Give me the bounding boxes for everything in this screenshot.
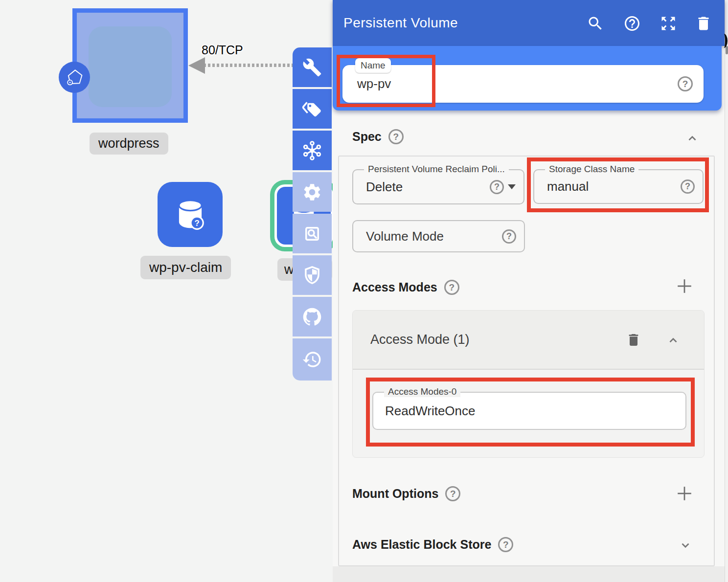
access-modes-heading: Access Modes <box>352 280 437 294</box>
wordpress-deployment-node[interactable] <box>72 8 188 123</box>
shield-icon <box>302 265 322 286</box>
search-icon[interactable] <box>587 15 604 32</box>
volume-mode-input[interactable]: Volume Mode ? <box>352 220 525 252</box>
wordpress-node-label: wordpress <box>90 133 168 155</box>
add-mount-option-icon[interactable] <box>676 485 693 502</box>
svg-text:?: ? <box>194 219 199 228</box>
help-icon[interactable] <box>623 15 641 32</box>
mount-options-heading: Mount Options <box>352 487 438 501</box>
wordpress-node-inner <box>89 26 172 107</box>
volume-mode-help-icon[interactable]: ? <box>502 229 516 244</box>
aws-ebs-heading: Aws Elastic Block Store <box>352 537 491 552</box>
delete-access-mode-icon[interactable] <box>626 332 641 348</box>
aws-ebs-heading-row: Aws Elastic Block Store ? <box>352 537 513 552</box>
volume-mode-label: Volume Mode <box>366 229 502 244</box>
pvc-node[interactable]: ? <box>158 182 223 247</box>
toolbar-settings-button[interactable] <box>293 172 332 212</box>
reclaim-policy-select[interactable]: Persistent Volume Reclaim Poli... Delete… <box>352 169 524 204</box>
access-mode-collapse-chevron-up-icon[interactable] <box>667 334 680 347</box>
dropdown-caret-icon[interactable] <box>508 184 516 189</box>
access-modes-help-icon[interactable]: ? <box>444 280 459 295</box>
access-mode-card-title: Access Mode (1) <box>370 332 470 347</box>
reclaim-policy-label: Persistent Volume Reclaim Poli... <box>364 164 509 175</box>
aws-ebs-expand-chevron-down-icon[interactable] <box>679 539 692 552</box>
toolbar-tags-button[interactable] <box>293 89 332 129</box>
spec-help-icon[interactable]: ? <box>388 129 404 144</box>
inspect-document-icon <box>302 224 322 244</box>
spec-collapse-chevron-up-icon[interactable] <box>686 132 699 145</box>
access-mode-card: Access Mode (1) Access Modes-0 ReadWrite… <box>352 310 705 458</box>
app-root: wordpress 80/TCP ? wp-pv-claim w <box>0 0 728 582</box>
connection-port-label: 80/TCP <box>202 43 243 57</box>
github-icon <box>301 306 323 328</box>
access-modes-heading-row: Access Modes ? <box>352 280 459 295</box>
wrench-icon <box>302 58 322 77</box>
occluded-canvas-arc <box>720 34 728 48</box>
access-mode-0-label: Access Modes-0 <box>384 386 460 397</box>
canvas-toolbar <box>293 47 332 382</box>
name-field-label: Name <box>355 58 391 73</box>
access-mode-0-input[interactable]: Access Modes-0 ReadWriteOnce <box>372 392 686 430</box>
storage-class-input[interactable]: Storage Class Name manual ? <box>533 169 704 204</box>
panel-scrollbar[interactable] <box>725 0 728 582</box>
toolbar-wrench-button[interactable] <box>293 47 332 87</box>
toolbar-security-button[interactable] <box>293 255 332 295</box>
scrollbar-thumb[interactable] <box>726 46 728 54</box>
toolbar-cluster-button[interactable] <box>293 131 332 170</box>
reclaim-policy-help-icon[interactable]: ? <box>490 180 504 194</box>
add-access-mode-icon[interactable] <box>676 278 693 294</box>
toolbar-github-button[interactable] <box>293 297 332 336</box>
cluster-hub-icon <box>302 140 322 161</box>
pvc-node-label: wp-pv-claim <box>140 256 231 279</box>
aws-ebs-help-icon[interactable]: ? <box>498 537 513 552</box>
reclaim-policy-value: Delete <box>366 179 490 195</box>
tags-icon <box>302 99 322 119</box>
history-icon <box>302 349 322 370</box>
connection-arrowhead-icon <box>188 57 205 74</box>
mount-options-help-icon[interactable]: ? <box>445 486 460 501</box>
persistent-volume-panel: Persistent Volume wp-pv ? Name <box>333 0 728 582</box>
spec-heading-row: Spec ? <box>352 129 404 144</box>
mount-options-heading-row: Mount Options ? <box>352 486 460 501</box>
access-mode-card-header[interactable]: Access Mode (1) <box>353 311 704 370</box>
panel-header: Persistent Volume <box>333 0 725 46</box>
name-section: wp-pv ? Name <box>333 46 722 111</box>
delete-icon[interactable] <box>695 15 712 32</box>
name-help-icon[interactable]: ? <box>678 76 693 91</box>
spec-heading: Spec <box>352 130 382 144</box>
panel-title: Persistent Volume <box>343 15 458 31</box>
name-input[interactable]: wp-pv ? <box>342 65 704 103</box>
toolbar-history-button[interactable] <box>293 338 332 381</box>
expand-icon[interactable] <box>660 15 677 32</box>
storage-class-value: manual <box>547 179 681 194</box>
storage-class-label: Storage Class Name <box>545 164 638 175</box>
name-value: wp-pv <box>357 76 678 91</box>
gear-icon <box>302 182 322 202</box>
access-mode-0-value: ReadWriteOnce <box>385 403 685 419</box>
storage-class-help-icon[interactable]: ? <box>681 179 695 194</box>
pod-pentagon-icon[interactable] <box>59 62 90 93</box>
toolbar-inspect-button[interactable] <box>293 214 332 253</box>
panel-bottom-strip <box>333 566 725 582</box>
